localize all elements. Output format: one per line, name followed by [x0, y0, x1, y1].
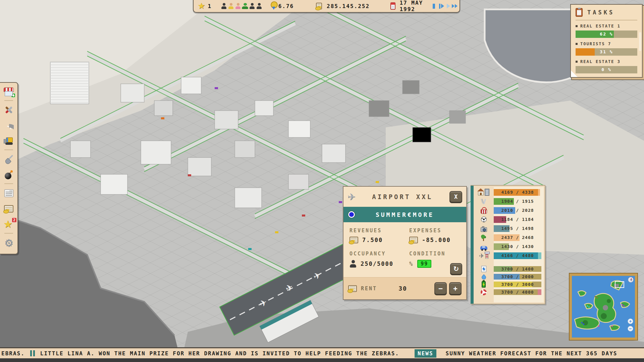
- rent-decrease-button[interactable]: −: [434, 282, 447, 295]
- shopping-basket-icon: [481, 209, 487, 214]
- fast-forward-button[interactable]: [452, 3, 455, 9]
- money-icon: [350, 237, 358, 243]
- service-value: 3700 / 4000: [494, 289, 541, 295]
- renovate-button[interactable]: ↻: [450, 263, 462, 275]
- service-value: 3700 / 3000: [494, 282, 541, 287]
- step-day-button[interactable]: [439, 3, 442, 9]
- task-progress: 31 %: [576, 48, 637, 56]
- bulldozer-button[interactable]: [3, 136, 14, 146]
- minimap[interactable]: + −: [570, 274, 637, 340]
- task-progress: 62 %: [576, 31, 637, 38]
- newspaper-icon: [4, 189, 13, 197]
- minimap-zoom-out-button[interactable]: −: [628, 326, 633, 331]
- stat-value: 2437 / 2468: [494, 234, 541, 241]
- stat-value: 4166 / 4480: [494, 252, 541, 259]
- money-value: 285.145.252: [327, 3, 370, 9]
- percent-sign: %: [409, 260, 413, 267]
- city-viewport[interactable]: ✈ ✈ ✈: [0, 0, 644, 362]
- service-row-water[interactable]: 3700 / 2000: [474, 273, 543, 281]
- task-progress: 0 %: [576, 66, 637, 73]
- occupancy-label: OCCUPANCY: [350, 251, 409, 257]
- revenues-label: REVENUES: [350, 228, 409, 234]
- service-row-power[interactable]: 3700 / 3000: [474, 281, 543, 288]
- stat-value: 4169 / 4338: [494, 189, 541, 196]
- top-status-bar: 1 6.76 285.145.252 17 MAY 1992: [193, 0, 460, 13]
- condition-badge: 99: [417, 260, 431, 268]
- divider: [4, 149, 13, 150]
- stat-row-shopping[interactable]: 2010 / 2028: [474, 206, 543, 215]
- revenues-value: 7.500: [362, 237, 383, 243]
- newspaper-button[interactable]: [3, 188, 14, 198]
- stat-row-housing[interactable]: 4169 / 4338: [474, 188, 543, 197]
- person-pink-icon: [235, 3, 240, 9]
- rating-medal-icon: [271, 1, 275, 11]
- battery-icon: [482, 281, 486, 288]
- task-item[interactable]: TOURISTS 7 31 %: [576, 42, 637, 56]
- ticker-base: [0, 358, 644, 362]
- camera-icon: [481, 227, 487, 232]
- play-button[interactable]: [445, 3, 449, 9]
- money-icon: [348, 285, 357, 292]
- demolish-button[interactable]: [3, 170, 14, 180]
- rent-section: RENT 30 − +: [343, 277, 466, 299]
- company-name: SUMMER€MORE: [355, 211, 455, 218]
- tasks-panel: TASKS REAL ESTATE 1 62 % TOURISTS 7 31 %…: [570, 4, 643, 78]
- ticker-fragment: EBRAS.: [1, 350, 25, 357]
- stat-row-airport[interactable]: 4166 / 4480: [474, 251, 543, 260]
- page-curl: [571, 70, 578, 77]
- achievements-button[interactable]: 2: [3, 219, 14, 229]
- service-value: 3700 / 2000: [494, 274, 541, 280]
- level-star-icon: [198, 2, 205, 10]
- airport-tower-icon: [485, 252, 488, 259]
- city-stats-panel: 4169 / 4338 1904 / 1915 2010 / 2028 1184…: [471, 185, 545, 304]
- task-item[interactable]: REAL ESTATE 3 0 %: [576, 59, 637, 73]
- finances-button[interactable]: [3, 204, 14, 214]
- water-drop-icon: [481, 274, 487, 280]
- task-label: TOURISTS 7: [576, 42, 637, 46]
- divider: [576, 20, 637, 20]
- ticker-separator: [30, 350, 35, 356]
- pause-button[interactable]: [432, 3, 436, 9]
- task-percent: 62 %: [576, 31, 637, 38]
- bomb-icon: [4, 170, 13, 179]
- shop-add-icon: [4, 87, 14, 96]
- tasks-title: TASKS: [587, 9, 614, 16]
- task-label: REAL ESTATE 1: [576, 24, 637, 28]
- clipboard-icon: [576, 8, 583, 17]
- population-groups: [220, 3, 263, 9]
- service-row-rescue[interactable]: 3700 / 4000: [474, 288, 543, 296]
- tree-icon: [480, 234, 487, 241]
- minimap-zoom-in-button[interactable]: +: [628, 318, 633, 324]
- rent-value: 30: [398, 285, 407, 292]
- terrain-button[interactable]: [3, 155, 14, 164]
- task-item[interactable]: REAL ESTATE 1 62 %: [576, 24, 637, 38]
- settings-button[interactable]: [3, 238, 14, 248]
- stat-row-sports[interactable]: 1184 / 1184: [474, 215, 543, 224]
- food-icon: [480, 198, 487, 205]
- stat-row-food[interactable]: 1904 / 1915: [474, 197, 543, 206]
- tools-button[interactable]: [3, 105, 14, 115]
- scroll-indicator[interactable]: [639, 32, 641, 51]
- stat-value: 1904 / 1915: [494, 198, 541, 205]
- rating-value: 6.76: [278, 3, 294, 9]
- ticker-message: LITTLE LINA A. WON THE MAIN PRIZE FOR HE…: [40, 350, 399, 357]
- rent-increase-button[interactable]: +: [449, 282, 462, 295]
- road-icon: [4, 121, 14, 130]
- build-shop-button[interactable]: [3, 87, 14, 97]
- frog-icon: [242, 3, 248, 9]
- ticker-message-2: SUNNY WEATHER FORECAST FOR THE NEXT 365 …: [446, 350, 618, 357]
- divider: [4, 183, 13, 184]
- plane-icon: ✈: [347, 191, 355, 202]
- stat-row-tourism[interactable]: 1495 / 1498: [474, 224, 543, 233]
- person-dark-icon: [257, 3, 262, 9]
- stat-row-parks[interactable]: 2437 / 2468: [474, 233, 543, 242]
- stat-row-traffic[interactable]: 1430 / 1430: [474, 242, 543, 251]
- compass-icon: [628, 277, 634, 283]
- notification-badge: 2: [12, 218, 17, 223]
- service-row-garbage[interactable]: 3700 / 1400: [474, 265, 543, 273]
- minimap-viewport-rect[interactable]: [615, 281, 624, 288]
- person-dark-icon: [221, 3, 226, 9]
- panel-edge: [471, 186, 474, 304]
- road-button[interactable]: [3, 121, 14, 130]
- close-button[interactable]: X: [449, 191, 462, 202]
